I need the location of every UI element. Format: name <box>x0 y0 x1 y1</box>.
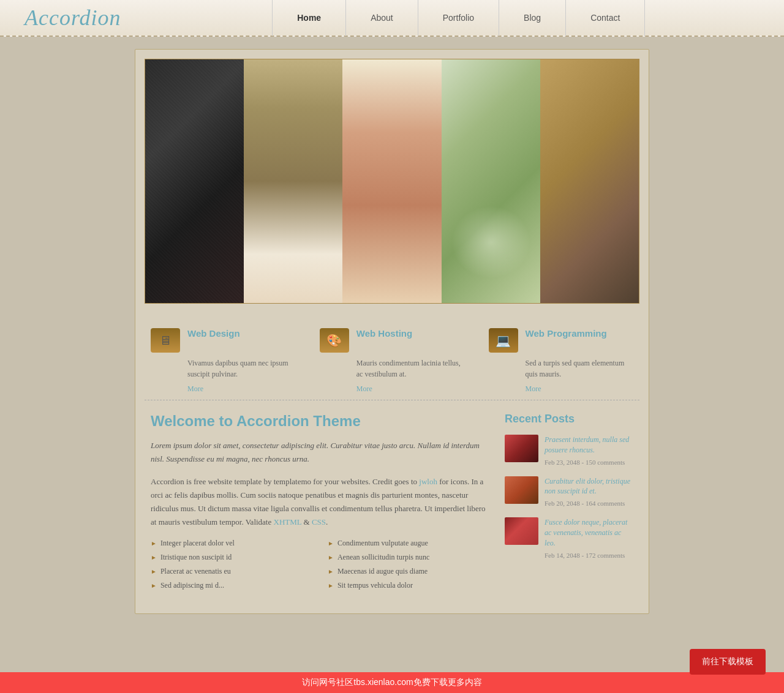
feature-title-3[interactable]: Web Programming <box>526 328 607 339</box>
slide-3[interactable] <box>342 59 441 303</box>
bullet-arrow-icon: ► <box>328 582 334 589</box>
bullet-arrow-icon: ► <box>328 554 334 561</box>
bullet-arrow-icon: ► <box>151 582 157 589</box>
bullet-right-3: ► Maecenas id augue quis diame <box>328 567 492 576</box>
bullet-col-right: ► Condimentum vulputate augue ► Aenean s… <box>328 539 492 595</box>
web-design-icon: 🖥 <box>151 328 180 353</box>
feature-title-2[interactable]: Web Hosting <box>356 328 412 339</box>
feature-more-2[interactable]: More <box>356 384 464 394</box>
bullet-text: Integer placerat dolor vel <box>160 539 235 548</box>
end-text: . <box>326 517 328 526</box>
web-programming-icon: 💻 <box>489 328 518 353</box>
feature-more-1[interactable]: More <box>187 384 295 394</box>
site-logo: Accordion <box>24 5 121 31</box>
intro-paragraph: Lorem ipsum dolor sit amet, consectetur … <box>151 439 492 466</box>
slide-4[interactable] <box>442 59 540 303</box>
slide-2[interactable] <box>244 59 342 303</box>
post-title-3[interactable]: Fusce dolor neque, placerat ac venenatis… <box>545 517 633 548</box>
bullet-left-4: ► Sed adipiscing mi d... <box>151 581 315 590</box>
feature-web-programming: 💻 Web Programming Sed a turpis sed quam … <box>489 328 633 394</box>
post-meta-2: Feb 20, 2048 - 164 comments <box>545 500 625 507</box>
post-thumb-3 <box>505 517 538 545</box>
nav-contact[interactable]: Contact <box>566 0 645 36</box>
web-hosting-icon: 🎨 <box>320 328 349 353</box>
bullet-right-4: ► Sit tempus vehicula dolor <box>328 581 492 590</box>
bullet-arrow-icon: ► <box>151 554 157 561</box>
nav-home[interactable]: Home <box>272 0 346 36</box>
and-text: & <box>301 517 312 526</box>
feature-header-2: 🎨 Web Hosting <box>320 328 464 353</box>
bullet-text: Aenean sollicitudin turpis nunc <box>337 553 429 562</box>
feature-web-design: 🖥 Web Design Vivamus dapibus quam nec ip… <box>151 328 295 394</box>
bullet-text: Sed adipiscing mi d... <box>160 581 224 590</box>
post-title-2[interactable]: Curabitur elit dolor, tristique non susc… <box>545 476 633 497</box>
post-info-3: Fusce dolor neque, placerat ac venenatis… <box>545 517 633 560</box>
slide-1[interactable] <box>145 59 244 303</box>
watermark-bar: 访问网号社区tbs.xienlao.com免费下载更多内容 <box>0 672 784 693</box>
nav-about[interactable]: About <box>346 0 418 36</box>
post-info-2: Curabitur elit dolor, tristique non susc… <box>545 476 633 509</box>
feature-desc-1: Vivamus dapibus quam nec ipsum suscipit … <box>187 358 295 380</box>
feature-desc-2: Mauris condimentum lacinia tellus, ac ve… <box>356 358 464 380</box>
bullet-left-1: ► Integer placerat dolor vel <box>151 539 315 548</box>
page-heading: Welcome to Accordion Theme <box>151 413 492 430</box>
feature-title-1[interactable]: Web Design <box>187 328 240 339</box>
bullet-right-2: ► Aenean sollicitudin turpis nunc <box>328 553 492 562</box>
bullet-text: Sit tempus vehicula dolor <box>337 581 413 590</box>
post-thumb-2 <box>505 476 538 504</box>
left-column: Welcome to Accordion Theme Lorem ipsum d… <box>151 413 492 595</box>
bullet-arrow-icon: ► <box>151 540 157 547</box>
bullet-left-3: ► Placerat ac venenatis eu <box>151 567 315 576</box>
post-meta-3: Feb 14, 2048 - 172 comments <box>545 552 625 559</box>
feature-header-3: 💻 Web Programming <box>489 328 633 353</box>
bullet-left-2: ► Itristique non suscipit id <box>151 553 315 562</box>
nav-blog[interactable]: Blog <box>499 0 566 36</box>
recent-post-3: Fusce dolor neque, placerat ac venenatis… <box>505 517 633 560</box>
recent-posts-heading: Recent Posts <box>505 413 633 425</box>
main-nav: Home About Portfolio Blog Contact <box>158 0 760 36</box>
features-row: 🖥 Web Design Vivamus dapibus quam nec ip… <box>145 316 639 400</box>
bullet-arrow-icon: ► <box>151 568 157 575</box>
bullet-right-1: ► Condimentum vulputate augue <box>328 539 492 548</box>
slide-5[interactable] <box>540 59 639 303</box>
feature-desc-3: Sed a turpis sed quam elementum quis mau… <box>526 358 633 380</box>
page-wrapper: 🖥 Web Design Vivamus dapibus quam nec ip… <box>135 49 649 614</box>
post-title-1[interactable]: Praesent interdum, nulla sed posuere rho… <box>545 435 633 455</box>
bullet-text: Maecenas id augue quis diame <box>337 567 428 576</box>
css-link[interactable]: CSS <box>312 517 326 526</box>
body-text-1: Accordion is free website template by te… <box>151 477 419 486</box>
jwloh-link[interactable]: jwloh <box>419 477 437 486</box>
recent-post-2: Curabitur elit dolor, tristique non susc… <box>505 476 633 509</box>
bullet-text: Placerat ac venenatis eu <box>160 567 231 576</box>
header: Accordion Home About Portfolio Blog Cont… <box>0 0 784 37</box>
feature-web-hosting: 🎨 Web Hosting Mauris condimentum lacinia… <box>320 328 464 394</box>
bullet-arrow-icon: ► <box>328 568 334 575</box>
body-paragraph: Accordion is free website template by te… <box>151 475 492 529</box>
feature-more-3[interactable]: More <box>526 384 633 394</box>
accordion-slider[interactable] <box>145 59 639 304</box>
bullet-lists: ► Integer placerat dolor vel ► Itristiqu… <box>151 539 492 595</box>
recent-post-1: Praesent interdum, nulla sed posuere rho… <box>505 435 633 467</box>
cta-button[interactable]: 前往下载模板 <box>690 649 766 675</box>
main-content: Welcome to Accordion Theme Lorem ipsum d… <box>145 413 639 595</box>
post-info-1: Praesent interdum, nulla sed posuere rho… <box>545 435 633 467</box>
post-meta-1: Feb 23, 2048 - 150 comments <box>545 459 625 466</box>
xhtml-link[interactable]: XHTML <box>274 517 302 526</box>
right-column: Recent Posts Praesent interdum, nulla se… <box>505 413 633 595</box>
bullet-arrow-icon: ► <box>328 540 334 547</box>
bullet-col-left: ► Integer placerat dolor vel ► Itristiqu… <box>151 539 315 595</box>
post-thumb-1 <box>505 435 538 462</box>
bullet-text: Condimentum vulputate augue <box>337 539 428 548</box>
nav-portfolio[interactable]: Portfolio <box>418 0 499 36</box>
bullet-text: Itristique non suscipit id <box>160 553 232 562</box>
feature-header-1: 🖥 Web Design <box>151 328 295 353</box>
